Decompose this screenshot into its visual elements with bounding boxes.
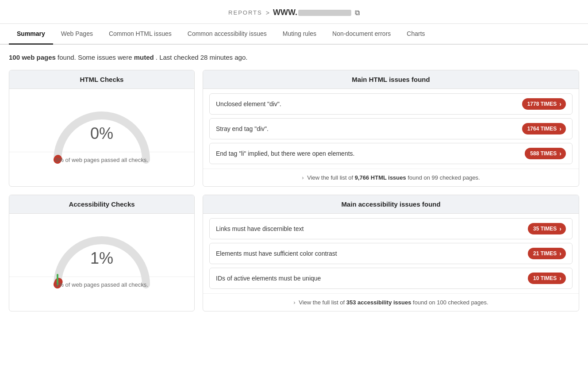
accessibility-issues-footer[interactable]: › View the full list of 353 accessibilit…	[203, 293, 579, 311]
table-row: Unclosed element "div". 1778 TIMES ›	[209, 93, 573, 115]
html-row: HTML Checks 0% 0% of web pages passed al…	[9, 70, 579, 187]
accessibility-issues-count: 353 accessibility issues	[346, 299, 411, 306]
issue-label: IDs of active elements must be unique	[216, 275, 321, 282]
issue-badge[interactable]: 588 TIMES ›	[525, 148, 566, 159]
tab-common-accessibility[interactable]: Common accessibility issues	[180, 24, 275, 45]
tab-non-document[interactable]: Non-document errors	[324, 24, 399, 45]
issue-badge[interactable]: 21 TIMES ›	[528, 248, 566, 259]
accessibility-gauge-container: 1%	[18, 218, 185, 272]
tab-common-html[interactable]: Common HTML issues	[101, 24, 180, 45]
table-row: Elements must have sufficient color cont…	[209, 243, 573, 264]
chevron-right-icon: ›	[559, 275, 561, 282]
accessibility-issues-card: Main accessibility issues found Links mu…	[203, 195, 579, 311]
footer-chevron-icon: ›	[302, 174, 304, 181]
table-row: IDs of active elements must be unique 10…	[209, 268, 573, 289]
html-gauge-container: 0%	[18, 93, 185, 147]
accessibility-row: Accessibility Checks 1% 1% of web pages …	[9, 195, 579, 311]
accessibility-checks-card: Accessibility Checks 1% 1% of web pages …	[9, 195, 195, 311]
html-gauge-value: 0%	[90, 124, 113, 143]
html-checks-title: HTML Checks	[9, 70, 194, 89]
pages-count: 100	[9, 54, 20, 61]
html-issues-title: Main HTML issues found	[203, 70, 579, 89]
status-middle: found. Some issues were	[58, 54, 132, 61]
issue-badge[interactable]: 35 TIMES ›	[528, 223, 566, 234]
table-row: Stray end tag "div". 1764 TIMES ›	[209, 118, 573, 139]
issue-label: Links must have discernible text	[216, 225, 304, 232]
breadcrumb-separator: >	[266, 9, 269, 16]
reports-label: REPORTS	[228, 9, 262, 16]
issue-badge[interactable]: 10 TIMES ›	[528, 273, 566, 284]
table-row: Links must have discernible text 35 TIME…	[209, 218, 573, 239]
table-row: End tag "li" implied, but there were ope…	[209, 143, 573, 164]
html-issues-card: Main HTML issues found Unclosed element …	[203, 70, 579, 187]
issue-label: Elements must have sufficient color cont…	[216, 250, 337, 257]
chevron-right-icon: ›	[559, 250, 561, 257]
accessibility-issues-title: Main accessibility issues found	[203, 195, 579, 214]
html-issues-count: 9,766 HTML issues	[355, 174, 406, 181]
issue-label: Unclosed element "div".	[216, 100, 281, 108]
site-url: WWW.	[273, 8, 351, 17]
url-masked	[298, 10, 351, 16]
top-bar: REPORTS > WWW. ⧉	[0, 0, 588, 24]
issue-label: End tag "li" implied, but there were ope…	[216, 150, 354, 157]
issue-badge[interactable]: 1778 TIMES ›	[522, 98, 566, 110]
main-content: 100 web pages found. Some issues were mu…	[0, 45, 588, 328]
tab-summary[interactable]: Summary	[9, 24, 53, 45]
status-end: . Last checked 28 minutes ago.	[156, 54, 248, 61]
html-checks-body: 0%	[9, 89, 194, 147]
tab-muting-rules[interactable]: Muting rules	[275, 24, 324, 45]
footer-chevron-icon: ›	[293, 299, 295, 306]
status-text: 100 web pages found. Some issues were mu…	[9, 54, 579, 61]
tab-bar: Summary Web Pages Common HTML issues Com…	[0, 24, 588, 45]
chevron-right-icon: ›	[559, 100, 561, 108]
accessibility-issue-list: Links must have discernible text 35 TIME…	[203, 214, 579, 293]
chevron-right-icon: ›	[559, 225, 561, 232]
tab-web-pages[interactable]: Web Pages	[53, 24, 101, 45]
tab-charts[interactable]: Charts	[399, 24, 433, 45]
issue-badge[interactable]: 1764 TIMES ›	[522, 123, 566, 134]
html-checks-card: HTML Checks 0% 0% of web pages passed al…	[9, 70, 195, 187]
html-issue-list: Unclosed element "div". 1778 TIMES › Str…	[203, 89, 579, 169]
issue-label: Stray end tag "div".	[216, 125, 269, 132]
status-muted: muted	[134, 54, 154, 61]
chevron-right-icon: ›	[559, 125, 561, 132]
external-link-icon[interactable]: ⧉	[355, 9, 360, 17]
accessibility-checks-body: 1%	[9, 214, 194, 272]
accessibility-gauge-value: 1%	[90, 249, 113, 268]
html-issues-footer[interactable]: › View the full list of 9,766 HTML issue…	[203, 169, 579, 186]
chevron-right-icon: ›	[559, 150, 561, 157]
accessibility-checks-title: Accessibility Checks	[9, 195, 194, 214]
pages-label: web pages	[22, 54, 56, 61]
